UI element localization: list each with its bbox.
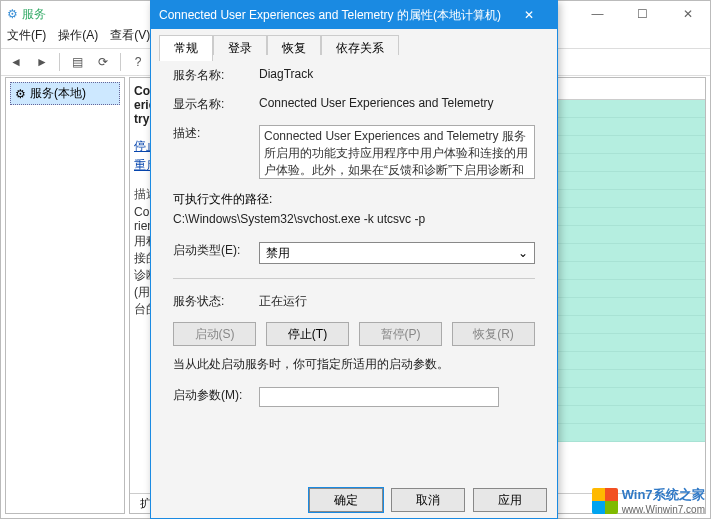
menu-action[interactable]: 操作(A) [58,27,98,44]
gear-icon: ⚙ [7,7,18,21]
cancel-button[interactable]: 取消 [391,488,465,512]
value-service-status: 正在运行 [259,293,535,310]
label-service-status: 服务状态: [173,293,259,310]
ok-button[interactable]: 确定 [309,488,383,512]
close-button[interactable]: ✕ [665,1,710,27]
properties-dialog: Connected User Experiences and Telemetry… [150,0,558,519]
value-exe-path: C:\Windows\System32\svchost.exe -k utcsv… [173,212,535,226]
stop-button[interactable]: 停止(T) [266,322,349,346]
label-description: 描述: [173,125,259,142]
back-icon[interactable]: ◄ [5,51,27,73]
maximize-button[interactable]: ☐ [620,1,665,27]
value-display-name: Connected User Experiences and Telemetry [259,96,535,110]
start-button: 启动(S) [173,322,256,346]
tree-item-services[interactable]: ⚙ 服务(本地) [10,82,120,105]
close-icon[interactable]: ✕ [509,8,549,22]
watermark: Win7系统之家 www.Winwin7.com [592,486,705,515]
label-exe-path: 可执行文件的路径: [173,191,535,208]
general-panel: 服务名称: DiagTrack 显示名称: Connected User Exp… [159,55,549,470]
chevron-down-icon: ⌄ [518,246,528,260]
forward-icon[interactable]: ► [31,51,53,73]
label-display-name: 显示名称: [173,96,259,113]
window-title: 服务 [22,6,46,23]
menu-file[interactable]: 文件(F) [7,27,46,44]
gear-icon: ⚙ [15,87,26,101]
pause-button: 暂停(P) [359,322,442,346]
dialog-title: Connected User Experiences and Telemetry… [159,7,501,24]
windows-logo-icon [592,488,618,514]
startup-type-combo[interactable]: 禁用 ⌄ [259,242,535,264]
note-text: 当从此处启动服务时，你可指定所适用的启动参数。 [173,356,535,373]
description-box[interactable]: Connected User Experiences and Telemetry… [259,125,535,179]
tab-general[interactable]: 常规 [159,35,213,61]
apply-button[interactable]: 应用 [473,488,547,512]
resume-button: 恢复(R) [452,322,535,346]
minimize-button[interactable]: — [575,1,620,27]
nav-tree: ⚙ 服务(本地) [5,77,125,514]
label-start-params: 启动参数(M): [173,387,259,404]
label-service-name: 服务名称: [173,67,259,84]
refresh-icon[interactable]: ⟳ [92,51,114,73]
dialog-titlebar: Connected User Experiences and Telemetry… [151,1,557,29]
help-icon[interactable]: ? [127,51,149,73]
props-icon[interactable]: ▤ [66,51,88,73]
value-service-name: DiagTrack [259,67,535,81]
menu-view[interactable]: 查看(V) [110,27,150,44]
label-startup-type: 启动类型(E): [173,242,259,259]
start-params-input [259,387,499,407]
